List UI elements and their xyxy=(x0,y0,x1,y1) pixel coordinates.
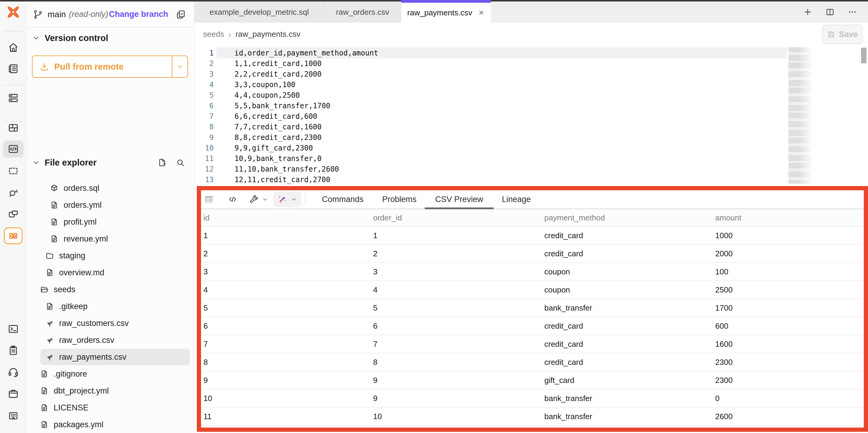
toolbar-divider xyxy=(305,194,305,205)
panel-tab-Problems[interactable]: Problems xyxy=(382,190,416,208)
table-view-icon[interactable] xyxy=(204,194,214,205)
copy-icon[interactable] xyxy=(176,9,186,20)
table-cell: coupon xyxy=(542,267,713,277)
magic-wand-icon xyxy=(277,194,288,205)
activity-item-canvas-icon[interactable] xyxy=(3,163,24,179)
activity-item-layout-icon[interactable] xyxy=(3,119,24,136)
activity-bar-separator xyxy=(4,85,23,85)
table-cell: 100 xyxy=(713,267,864,277)
scrollbar-thumb[interactable] xyxy=(861,48,867,63)
chevron-down-icon xyxy=(261,196,269,203)
save-button[interactable]: Save xyxy=(822,25,863,44)
seedling-icon xyxy=(45,319,54,328)
column-header-id: id xyxy=(202,213,371,223)
more-options-icon[interactable] xyxy=(847,7,857,17)
activity-item-home-icon[interactable] xyxy=(3,39,24,56)
file-item-orders.yml[interactable]: orders.yml xyxy=(45,197,190,213)
activity-item-projects-icon[interactable] xyxy=(3,385,24,402)
file-item-staging[interactable]: staging xyxy=(40,248,190,264)
activity-item-notebook-icon[interactable] xyxy=(3,60,24,77)
activity-item-clipboard-icon[interactable] xyxy=(3,342,24,359)
table-cell: 2000 xyxy=(713,249,864,258)
table-cell: 10 xyxy=(371,412,542,421)
file-name: raw_customers.csv xyxy=(59,319,129,328)
panel-tab-Commands[interactable]: Commands xyxy=(322,190,364,208)
download-icon xyxy=(39,61,50,72)
file-item-raw_orders.csv[interactable]: raw_orders.csv xyxy=(40,332,190,348)
tab-example_develop_metric.sql[interactable]: example_develop_metric.sql xyxy=(194,1,324,23)
activity-item-copilot-icon[interactable] xyxy=(4,227,23,244)
code-view-icon[interactable] xyxy=(227,194,238,204)
doc-icon xyxy=(45,268,54,277)
minimap[interactable] xyxy=(788,48,814,184)
editor-line: 32,2,credit_card,2000 xyxy=(194,69,868,79)
file-explorer-header[interactable]: File explorer xyxy=(27,155,194,170)
doc-icon xyxy=(50,201,59,209)
activity-item-support-icon[interactable] xyxy=(3,364,24,380)
file-item-.gitignore[interactable]: .gitignore xyxy=(35,366,190,382)
table-cell: 2 xyxy=(371,249,542,258)
file-item-.gitkeep[interactable]: .gitkeep xyxy=(40,298,190,315)
build-tools-dropdown[interactable] xyxy=(249,194,269,204)
tab-raw_payments.csv[interactable]: raw_payments.csv xyxy=(401,1,491,23)
line-content: id,order_id,payment_method,amount xyxy=(235,49,378,57)
doc-icon xyxy=(40,403,49,412)
line-number: 10 xyxy=(194,144,224,152)
line-number: 5 xyxy=(194,91,224,99)
activity-item-stack-icon[interactable] xyxy=(3,90,24,107)
table-cell: credit_card xyxy=(542,340,713,349)
file-item-seeds[interactable]: seeds xyxy=(35,281,190,298)
close-icon[interactable] xyxy=(478,9,485,16)
panel-tab-Lineage[interactable]: Lineage xyxy=(502,190,531,208)
file-name: orders.sql xyxy=(64,184,99,193)
new-file-icon[interactable] xyxy=(157,158,167,167)
branch-name: main xyxy=(48,10,66,19)
table-row: 11credit_card1000 xyxy=(201,227,864,245)
table-row: 22credit_card2000 xyxy=(201,245,864,263)
breadcrumb-folder[interactable]: seeds xyxy=(203,30,224,39)
chevron-down-icon xyxy=(290,196,298,203)
activity-item-explore-icon[interactable] xyxy=(3,184,24,201)
file-item-orders.sql[interactable]: orders.sql xyxy=(45,180,190,196)
file-name: raw_orders.csv xyxy=(59,336,114,345)
split-editor-icon[interactable] xyxy=(825,7,835,17)
file-item-raw_payments.csv[interactable]: raw_payments.csv xyxy=(40,349,190,365)
file-item-profit.yml[interactable]: profit.yml xyxy=(45,214,190,230)
table-cell: credit_card xyxy=(542,321,713,331)
line-number: 12 xyxy=(194,165,224,173)
new-tab-icon[interactable] xyxy=(803,7,812,17)
file-row: profit.yml xyxy=(27,213,194,230)
activity-item-organization-icon[interactable] xyxy=(3,407,24,424)
pull-dropdown-caret[interactable] xyxy=(172,56,187,77)
file-item-packages.yml[interactable]: packages.yml xyxy=(35,416,190,433)
activity-item-develop-icon[interactable] xyxy=(3,141,24,157)
table-cell: 0 xyxy=(713,394,864,403)
file-item-LICENSE[interactable]: LICENSE xyxy=(35,400,190,416)
panel-tab-CSV Preview[interactable]: CSV Preview xyxy=(435,190,483,208)
code-editor[interactable]: 1id,order_id,payment_method,amount21,1,c… xyxy=(194,46,868,186)
file-row: LICENSE xyxy=(27,399,194,416)
copilot-wand-dropdown[interactable] xyxy=(273,192,301,207)
activity-item-terminal-icon[interactable] xyxy=(3,320,24,338)
doc-icon xyxy=(40,369,49,378)
table-row: 55bank_transfer1700 xyxy=(201,299,864,317)
file-item-revenue.yml[interactable]: revenue.yml xyxy=(45,231,190,247)
tab-raw_orders.csv[interactable]: raw_orders.csv xyxy=(324,1,401,23)
activity-item-apps-icon[interactable] xyxy=(3,206,24,223)
folder-open-icon xyxy=(40,285,49,294)
file-item-dbt_project.yml[interactable]: dbt_project.yml xyxy=(35,383,190,399)
table-cell: 3 xyxy=(202,267,371,277)
file-item-raw_customers.csv[interactable]: raw_customers.csv xyxy=(40,315,190,331)
table-cell: 2 xyxy=(202,249,371,258)
pull-from-remote-button[interactable]: Pull from remote xyxy=(32,56,188,78)
file-row: raw_payments.csv xyxy=(27,349,194,366)
file-item-overview.md[interactable]: overview.md xyxy=(40,264,190,281)
version-control-header[interactable]: Version control xyxy=(27,30,194,46)
change-branch-link[interactable]: Change branch xyxy=(109,10,168,19)
search-icon[interactable] xyxy=(176,158,185,167)
branch-mode: (read-only) xyxy=(69,10,108,19)
table-cell: 7 xyxy=(202,340,371,349)
dbt-logo-icon[interactable] xyxy=(4,4,22,20)
doc-icon xyxy=(50,234,59,243)
table-cell: 4 xyxy=(371,285,542,295)
